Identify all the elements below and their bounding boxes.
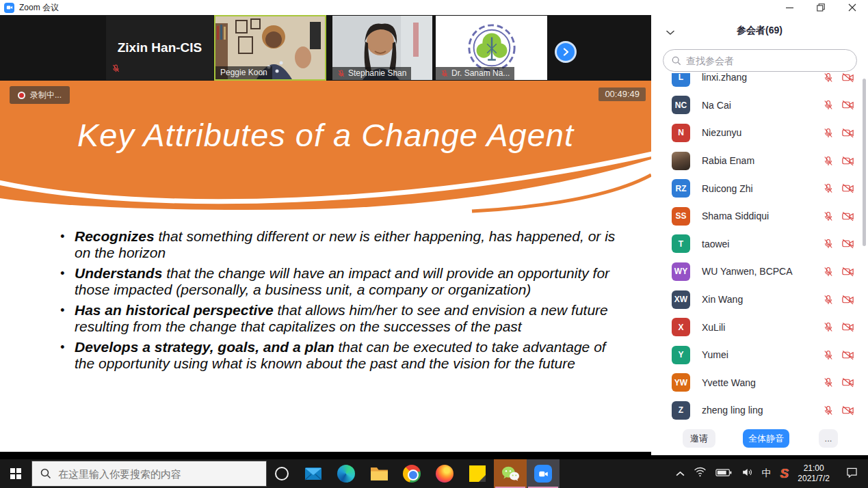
sticky-notes-icon [469, 465, 486, 482]
participant-row[interactable]: X XuLili [651, 313, 868, 341]
muted-mic-icon [823, 349, 834, 361]
taskbar-search-input[interactable] [58, 468, 250, 480]
taskbar-edge-button[interactable] [330, 459, 363, 488]
meeting-timer: 00:49:49 [599, 87, 646, 101]
speaker-icon[interactable] [741, 467, 753, 480]
more-options-button[interactable]: ... [819, 429, 838, 448]
participant-row[interactable]: Z zheng ling ling [651, 396, 868, 422]
participant-row[interactable]: T taowei [651, 230, 868, 258]
participant-row[interactable]: RZ Ruicong Zhi [651, 174, 868, 202]
taskbar-zoom-button[interactable] [527, 459, 560, 488]
clock-date: 2021/7/2 [798, 474, 830, 484]
battery-icon[interactable] [715, 467, 732, 480]
participant-row[interactable]: L linxi.zhang [651, 73, 868, 92]
participant-search-box[interactable] [663, 49, 857, 72]
participant-tile-name: Zixin Han-CIS [118, 40, 202, 55]
participant-name: Na Cai [702, 100, 731, 111]
participant-row[interactable]: YW Yvette Wang [651, 369, 868, 397]
close-button[interactable] [837, 0, 868, 15]
wechat-icon [501, 465, 520, 482]
wifi-icon[interactable] [694, 467, 707, 480]
window-title: Zoom 会议 [19, 2, 59, 14]
scrollbar-thumb[interactable] [863, 79, 866, 246]
firefox-icon [436, 465, 453, 483]
participant-row[interactable]: NC Na Cai [651, 92, 868, 120]
slide-bullet-list: Recognizes that something different or n… [60, 228, 622, 376]
participant-avatar [672, 152, 690, 170]
recording-indicator[interactable]: 录制中... [10, 86, 70, 104]
taskbar-firefox-button[interactable] [428, 459, 461, 488]
restore-button[interactable] [805, 0, 837, 15]
window-titlebar: Zoom 会议 [0, 0, 868, 15]
muted-video-icon [841, 182, 854, 194]
participant-tile-label: Peggie Koon [215, 66, 272, 79]
shared-screen-slide: Key Attributes of a Change Agent 录制中... … [0, 81, 651, 452]
muted-mic-icon [823, 377, 834, 388]
taskbar-sticky-notes-button[interactable] [461, 459, 494, 488]
participant-name: WU Yanwen, BCPCA [702, 266, 793, 277]
clock-time: 21:00 [798, 463, 830, 474]
participant-avatar: RZ [672, 179, 690, 198]
slide-bullet: Has an historical perspective that allow… [60, 302, 622, 335]
video-strip: Zixin Han-CIS Peggie Koon [0, 15, 651, 81]
participant-row[interactable]: N Niezunyu [651, 119, 868, 147]
participant-avatar: SS [672, 207, 690, 226]
start-button[interactable] [0, 459, 31, 488]
muted-video-icon [841, 321, 854, 333]
participant-list: L linxi.zhang NC Na Cai N Niezunyu Rabia… [651, 73, 868, 422]
recording-label: 录制中... [30, 90, 62, 101]
taskbar-chrome-button[interactable] [395, 459, 428, 488]
next-videos-button[interactable] [555, 41, 577, 63]
taskbar-mail-button[interactable] [297, 459, 330, 488]
slide-bullet: Understands that the change will have an… [60, 265, 622, 298]
participant-row[interactable]: XW Xin Wang [651, 286, 868, 314]
system-tray: 中 S 21:00 2021/7/2 [676, 463, 868, 484]
video-tile-stephanie[interactable]: Stephanie Shan [332, 16, 432, 80]
participant-row[interactable]: Rabia Enam [651, 147, 868, 175]
participant-tile-name: Stephanie Shan [348, 68, 406, 78]
windows-taskbar: 中 S 21:00 2021/7/2 [0, 459, 868, 488]
participant-avatar: YW [672, 373, 690, 392]
participant-row[interactable]: Y Yumei [651, 341, 868, 369]
participant-name: Yvette Wang [702, 377, 756, 388]
taskbar-clock[interactable]: 21:00 2021/7/2 [798, 463, 830, 484]
minimize-button[interactable] [774, 0, 805, 15]
muted-video-icon [841, 211, 854, 222]
sogou-input-icon[interactable]: S [780, 466, 789, 481]
action-center-icon[interactable] [839, 466, 863, 481]
muted-mic-icon [823, 127, 834, 139]
participant-row[interactable]: SS Shama Siddiqui [651, 202, 868, 230]
chrome-icon [403, 465, 421, 483]
participant-avatar: WY [672, 262, 690, 281]
mute-all-button[interactable]: 全体静音 [743, 429, 789, 448]
participant-name: Yumei [702, 349, 728, 360]
zoom-logo-icon [4, 3, 14, 13]
muted-mic-icon [823, 238, 834, 249]
muted-video-icon [841, 73, 854, 83]
ime-language-indicator[interactable]: 中 [762, 467, 772, 480]
participant-tile-label: Stephanie Shan [332, 67, 411, 80]
muted-mic-icon [337, 69, 345, 78]
cortana-button[interactable] [267, 459, 297, 488]
participant-row[interactable]: WY WU Yanwen, BCPCA [651, 258, 868, 286]
taskbar-search-box[interactable] [31, 461, 267, 487]
muted-video-icon [841, 99, 854, 111]
video-tile-zixin[interactable]: Zixin Han-CIS [106, 16, 213, 80]
zoom-window-content: Zixin Han-CIS Peggie Koon [0, 15, 868, 459]
tray-chevron-up-icon[interactable] [676, 467, 685, 480]
participant-name: Shama Siddiqui [702, 211, 769, 221]
video-tile-peggie[interactable]: Peggie Koon [214, 15, 326, 81]
file-explorer-icon [370, 466, 389, 482]
participant-search-input[interactable] [686, 55, 837, 66]
invite-button[interactable]: 邀请 [683, 429, 715, 448]
taskbar-file-explorer-button[interactable] [363, 459, 395, 488]
participant-avatar: N [672, 124, 690, 142]
participant-name: zheng ling ling [702, 405, 763, 416]
video-tile-sanam[interactable]: Dr. Sanam Na... [436, 16, 547, 80]
muted-mic-icon [823, 155, 834, 167]
muted-video-icon [841, 377, 854, 388]
participant-avatar: Z [672, 401, 690, 420]
taskbar-wechat-button[interactable] [494, 459, 527, 488]
muted-mic-icon [823, 211, 834, 222]
participant-name: taowei [702, 239, 729, 249]
